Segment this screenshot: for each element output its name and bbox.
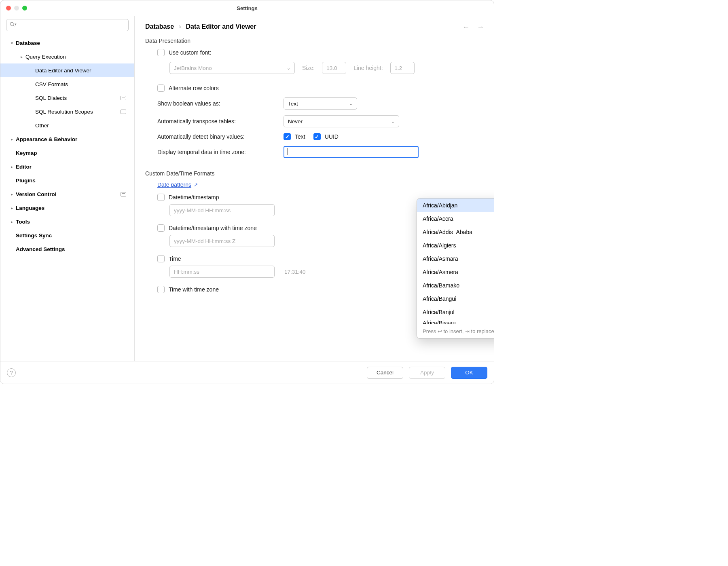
back-button[interactable]: ← <box>462 23 470 32</box>
format-checkbox[interactable] <box>157 255 165 262</box>
dropdown-hint: Press ↩ to insert, ⇥ to replace ⋮ <box>417 324 494 338</box>
svg-line-1 <box>13 25 14 26</box>
disclosure-arrow-icon: ▸ <box>18 55 25 59</box>
zoom-window-button[interactable] <box>22 6 27 11</box>
sidebar-item-label: Query Execution <box>25 54 66 60</box>
format-label: Datetime/timestamp with time zone <box>169 225 257 231</box>
forward-button[interactable]: → <box>477 23 484 32</box>
sidebar-item-label: Plugins <box>15 177 36 184</box>
titlebar: Settings <box>0 0 494 16</box>
alternate-row-colors-label: Alternate row colors <box>169 85 219 91</box>
external-link-icon: ↗ <box>194 182 198 188</box>
detect-uuid-checkbox[interactable] <box>313 133 321 140</box>
timezone-option[interactable]: Africa/Algiers <box>417 239 494 252</box>
timezone-option[interactable]: Africa/Bamako <box>417 279 494 292</box>
timezone-option[interactable]: Africa/Bissau <box>417 319 494 324</box>
disclosure-arrow-icon: ▸ <box>8 165 15 169</box>
chevron-down-icon: ⌄ <box>349 101 353 106</box>
sidebar-item-csv-formats[interactable]: CSV Formats <box>0 77 134 91</box>
help-button[interactable]: ? <box>7 368 16 377</box>
format-checkbox[interactable] <box>157 224 165 232</box>
sidebar-item-version-control[interactable]: ▸Version Control <box>0 187 134 201</box>
timezone-option[interactable]: Africa/Asmera <box>417 265 494 279</box>
size-label: Size: <box>302 65 315 71</box>
timezone-option[interactable]: Africa/Addis_Ababa <box>417 225 494 239</box>
sidebar-item-label: CSV Formats <box>34 81 68 87</box>
timezone-option[interactable]: Africa/Accra <box>417 212 494 225</box>
sidebar-item-label: Languages <box>15 205 44 211</box>
chevron-down-icon: ⌄ <box>287 65 290 71</box>
format-checkbox[interactable] <box>157 286 165 293</box>
search-icon: ▾ <box>9 21 17 27</box>
date-patterns-link[interactable]: Date patterns ↗ <box>157 182 198 188</box>
sidebar-item-sql-dialects[interactable]: SQL Dialects <box>0 91 134 105</box>
sidebar-item-languages[interactable]: ▸Languages <box>0 201 134 215</box>
use-custom-font-label: Use custom font: <box>169 49 211 56</box>
font-size-input[interactable]: 13.0 <box>322 62 346 74</box>
disclosure-arrow-icon: ▸ <box>8 220 15 224</box>
sidebar-item-settings-sync[interactable]: Settings Sync <box>0 228 134 242</box>
detect-text-checkbox[interactable] <box>284 133 291 140</box>
line-height-input[interactable]: 1.2 <box>390 62 415 74</box>
timezone-option[interactable]: Africa/Abidjan <box>417 199 494 212</box>
sidebar-item-appearance-behavior[interactable]: ▸Appearance & Behavior <box>0 132 134 146</box>
sidebar-item-label: Database <box>15 40 40 46</box>
history-nav: ← → <box>462 23 484 32</box>
format-pattern-input[interactable]: yyyy-MM-dd HH:mm:ss Z <box>169 235 275 247</box>
timezone-option[interactable]: Africa/Banjul <box>417 305 494 319</box>
alternate-row-colors-checkbox[interactable] <box>157 84 165 92</box>
sidebar-item-other[interactable]: Other <box>0 118 134 132</box>
format-label: Datetime/timestamp <box>169 194 219 201</box>
sidebar-item-database[interactable]: ▾Database <box>0 36 134 50</box>
sidebar-item-editor[interactable]: ▸Editor <box>0 160 134 173</box>
show-boolean-select[interactable]: Text ⌄ <box>284 97 357 110</box>
sidebar-item-keymap[interactable]: Keymap <box>0 146 134 160</box>
transpose-label: Automatically transpose tables: <box>157 118 284 125</box>
sidebar-item-label: Other <box>34 122 49 129</box>
settings-tree: ▾Database▸Query ExecutionData Editor and… <box>0 34 134 361</box>
sidebar-item-advanced-settings[interactable]: Advanced Settings <box>0 242 134 256</box>
format-pattern-input[interactable]: HH:mm:ss <box>169 266 275 278</box>
timezone-dropdown: Africa/AbidjanAfrica/AccraAfrica/Addis_A… <box>417 198 494 339</box>
breadcrumb: Database › Data Editor and Viewer <box>145 23 483 30</box>
breadcrumb-root[interactable]: Database <box>145 23 174 30</box>
sidebar-item-label: Version Control <box>15 191 57 197</box>
sidebar-item-label: Data Editor and Viewer <box>34 68 91 74</box>
sidebar-item-tools[interactable]: ▸Tools <box>0 215 134 228</box>
transpose-select[interactable]: Never ⌄ <box>284 115 399 127</box>
apply-button[interactable]: Apply <box>409 367 445 379</box>
sidebar-item-query-execution[interactable]: ▸Query Execution <box>0 50 134 63</box>
scope-indicator-icon <box>121 110 126 114</box>
sidebar-item-sql-resolution-scopes[interactable]: SQL Resolution Scopes <box>0 105 134 118</box>
disclosure-arrow-icon: ▾ <box>8 41 15 45</box>
format-preview: 17:31:40 <box>284 269 306 275</box>
dialog-footer: ? Cancel Apply OK <box>0 361 494 384</box>
use-custom-font-checkbox[interactable] <box>157 49 165 56</box>
window-controls <box>6 6 27 11</box>
format-pattern-input[interactable]: yyyy-MM-dd HH:mm:ss <box>169 204 275 216</box>
timezone-label: Display temporal data in time zone: <box>157 149 284 155</box>
timezone-option[interactable]: Africa/Bangui <box>417 292 494 305</box>
show-boolean-label: Show boolean values as: <box>157 100 284 107</box>
search-input[interactable] <box>6 19 129 31</box>
sidebar-item-label: Appearance & Behavior <box>15 136 77 142</box>
scope-indicator-icon <box>121 192 126 196</box>
settings-content: ← → Database › Data Editor and Viewer Da… <box>135 16 494 361</box>
format-checkbox[interactable] <box>157 194 165 201</box>
disclosure-arrow-icon: ▸ <box>8 137 15 142</box>
close-window-button[interactable] <box>6 6 11 11</box>
timezone-combobox[interactable] <box>284 146 419 158</box>
minimize-window-button[interactable] <box>14 6 19 11</box>
cancel-button[interactable]: Cancel <box>367 367 403 379</box>
chevron-down-icon: ⌄ <box>391 119 395 124</box>
section-custom-formats: Custom Date/Time Formats <box>145 170 483 177</box>
sidebar-item-data-editor-and-viewer[interactable]: Data Editor and Viewer <box>0 63 134 77</box>
timezone-option[interactable]: Africa/Asmara <box>417 252 494 265</box>
sidebar-item-label: SQL Resolution Scopes <box>34 109 93 115</box>
ok-button[interactable]: OK <box>451 367 487 379</box>
font-select[interactable]: JetBrains Mono ⌄ <box>169 62 295 74</box>
sidebar-item-plugins[interactable]: Plugins <box>0 173 134 187</box>
window-title: Settings <box>0 5 494 11</box>
detect-binary-label: Automatically detect binary values: <box>157 133 284 140</box>
sidebar-item-label: Editor <box>15 164 32 170</box>
